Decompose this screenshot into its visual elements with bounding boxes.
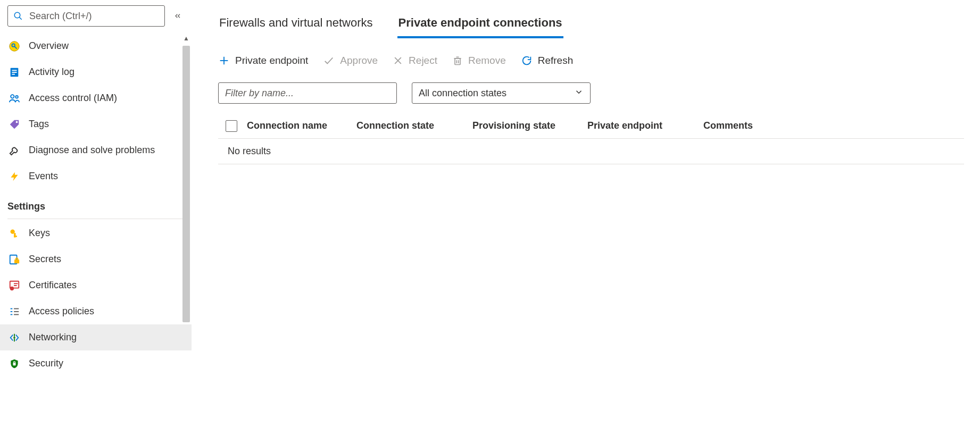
sidebar-item-secrets[interactable]: Secrets bbox=[0, 246, 192, 272]
sidebar-item-label: Security bbox=[29, 358, 63, 369]
key-circle-icon bbox=[7, 40, 21, 52]
sidebar-item-certificates[interactable]: Certificates bbox=[0, 272, 192, 298]
sidebar-item-access-control[interactable]: Access control (IAM) bbox=[0, 85, 192, 111]
button-label: Reject bbox=[409, 55, 437, 66]
chevron-down-icon bbox=[574, 87, 584, 99]
button-label: Remove bbox=[468, 55, 506, 66]
tab-firewalls[interactable]: Firewalls and virtual networks bbox=[218, 13, 374, 38]
sidebar-item-networking[interactable]: Networking bbox=[0, 324, 192, 350]
button-label: Private endpoint bbox=[235, 55, 308, 66]
sidebar-item-label: Overview bbox=[29, 40, 69, 52]
select-all-checkbox[interactable] bbox=[226, 120, 237, 132]
svg-point-0 bbox=[14, 12, 20, 18]
sidebar-item-overview[interactable]: Overview bbox=[0, 33, 192, 59]
sidebar-item-activity-log[interactable]: Activity log bbox=[0, 59, 192, 85]
sidebar-item-label: Events bbox=[29, 171, 58, 182]
svg-rect-8 bbox=[12, 73, 15, 74]
table-header-row: Connection name Connection state Provisi… bbox=[218, 113, 964, 139]
svg-point-9 bbox=[11, 95, 14, 98]
add-private-endpoint-button[interactable]: Private endpoint bbox=[218, 55, 308, 66]
filter-row: All connection states bbox=[218, 82, 964, 104]
svg-rect-14 bbox=[14, 236, 17, 237]
button-label: Refresh bbox=[538, 55, 574, 66]
dropdown-value: All connection states bbox=[419, 88, 506, 99]
cert-icon bbox=[7, 280, 21, 291]
svg-rect-34 bbox=[455, 58, 460, 65]
main-panel: Firewalls and virtual networks Private e… bbox=[192, 0, 980, 435]
button-label: Approve bbox=[340, 55, 378, 66]
sidebar-item-keys[interactable]: Keys bbox=[0, 220, 192, 246]
toolbar: Private endpoint Approve Reject Remove R… bbox=[218, 55, 964, 66]
shield-icon bbox=[7, 358, 21, 370]
tag-icon bbox=[7, 119, 21, 130]
search-input[interactable] bbox=[28, 10, 159, 22]
reject-button: Reject bbox=[393, 55, 437, 66]
sidebar-item-label: Secrets bbox=[29, 254, 61, 265]
sidebar-item-label: Tags bbox=[29, 119, 49, 130]
sidebar-item-label: Networking bbox=[29, 332, 77, 343]
svg-point-11 bbox=[16, 121, 18, 123]
col-private-endpoint[interactable]: Private endpoint bbox=[587, 120, 703, 131]
svg-rect-6 bbox=[12, 70, 16, 71]
col-connection-name[interactable]: Connection name bbox=[247, 120, 356, 131]
key-icon bbox=[7, 228, 21, 239]
search-icon bbox=[13, 11, 24, 21]
sidebar-item-diagnose[interactable]: Diagnose and solve problems bbox=[0, 137, 192, 163]
sidebar-item-tags[interactable]: Tags bbox=[0, 111, 192, 137]
tab-bar: Firewalls and virtual networks Private e… bbox=[218, 13, 964, 39]
sidebar-item-label: Access control (IAM) bbox=[29, 93, 117, 104]
divider bbox=[7, 219, 184, 219]
wrench-icon bbox=[7, 145, 21, 156]
sidebar-item-label: Certificates bbox=[29, 280, 77, 291]
svg-point-10 bbox=[15, 95, 18, 98]
approve-button: Approve bbox=[323, 55, 378, 66]
svg-rect-7 bbox=[12, 72, 16, 73]
sidebar-item-label: Keys bbox=[29, 228, 50, 239]
svg-line-1 bbox=[19, 17, 22, 20]
col-connection-state[interactable]: Connection state bbox=[356, 120, 472, 131]
svg-point-25 bbox=[13, 337, 15, 339]
sidebar-item-access-policies[interactable]: Access policies bbox=[0, 298, 192, 324]
sidebar-nav-list: Overview Activity log Access control (IA… bbox=[0, 33, 192, 435]
refresh-button[interactable]: Refresh bbox=[521, 55, 574, 66]
col-provisioning-state[interactable]: Provisioning state bbox=[472, 120, 587, 131]
col-comments[interactable]: Comments bbox=[703, 120, 959, 131]
app-root: Overview Activity log Access control (IA… bbox=[0, 0, 980, 435]
people-icon bbox=[7, 93, 21, 104]
svg-point-19 bbox=[10, 286, 14, 290]
sidebar: Overview Activity log Access control (IA… bbox=[0, 0, 192, 435]
svg-rect-21 bbox=[14, 285, 17, 286]
policy-icon bbox=[7, 306, 21, 317]
svg-rect-20 bbox=[14, 283, 18, 284]
tab-private-endpoint-connections[interactable]: Private endpoint connections bbox=[397, 13, 563, 38]
filter-name-input[interactable] bbox=[218, 82, 397, 104]
remove-button: Remove bbox=[452, 55, 506, 66]
sidebar-section-settings: Settings bbox=[0, 189, 192, 215]
scroll-thumb[interactable] bbox=[182, 46, 190, 322]
secret-icon bbox=[7, 254, 21, 265]
scroll-up-icon[interactable]: ▲ bbox=[181, 33, 192, 44]
sidebar-item-label: Diagnose and solve problems bbox=[29, 145, 155, 156]
sidebar-scrollbar[interactable]: ▲ bbox=[181, 33, 192, 435]
empty-text: No results bbox=[228, 146, 271, 157]
sidebar-item-events[interactable]: Events bbox=[0, 163, 192, 189]
connection-state-dropdown[interactable]: All connection states bbox=[412, 82, 591, 104]
connections-table: Connection name Connection state Provisi… bbox=[218, 113, 964, 164]
bolt-icon bbox=[7, 171, 21, 182]
net-icon bbox=[7, 332, 21, 344]
collapse-sidebar-button[interactable] bbox=[171, 10, 184, 22]
sidebar-search-box[interactable] bbox=[7, 5, 165, 27]
sidebar-item-label: Activity log bbox=[29, 66, 74, 78]
log-icon bbox=[7, 66, 21, 78]
sidebar-search-row bbox=[0, 5, 192, 33]
table-empty-row: No results bbox=[218, 139, 964, 164]
sidebar-item-security[interactable]: Security bbox=[0, 350, 192, 377]
sidebar-item-label: Access policies bbox=[29, 306, 94, 317]
